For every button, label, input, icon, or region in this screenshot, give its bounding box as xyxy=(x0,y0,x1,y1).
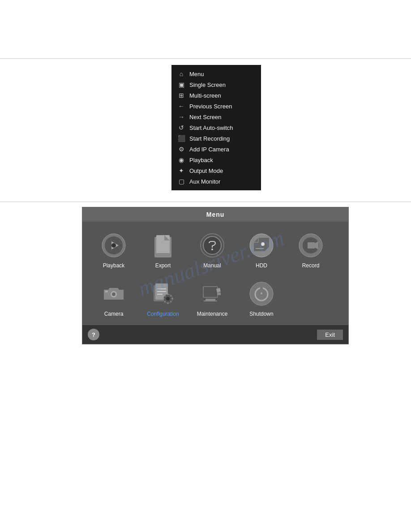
context-menu-item-single-screen[interactable]: ▣Single Screen xyxy=(171,79,261,90)
aux-monitor-icon: ▢ xyxy=(177,178,186,185)
playback-label: Playback xyxy=(103,262,125,269)
output-mode-icon: ✦ xyxy=(177,167,186,174)
record-icon xyxy=(297,232,324,259)
svg-rect-16 xyxy=(105,291,108,292)
menu-item-record[interactable]: Record xyxy=(288,228,333,272)
output-mode-label: Output Mode xyxy=(189,167,223,174)
manual-icon xyxy=(199,232,226,259)
maintenance-icon xyxy=(199,280,226,307)
menu-item-shutdown[interactable]: Shutdown xyxy=(239,277,284,321)
menu-item-camera[interactable]: Camera xyxy=(91,277,136,321)
main-menu-grid: Playback Export Manual HDD Recor xyxy=(82,222,348,325)
svg-point-8 xyxy=(211,249,213,250)
svg-rect-26 xyxy=(206,299,215,300)
manual-label: Manual xyxy=(203,262,221,269)
context-menu-item-playback[interactable]: ◉Playback xyxy=(171,154,261,165)
main-menu-panel: Menu Playback Export Manual xyxy=(82,207,349,344)
exit-button[interactable]: Exit xyxy=(317,330,343,340)
add-ip-camera-label: Add IP Camera xyxy=(189,146,229,153)
svg-rect-27 xyxy=(204,300,217,301)
prev-screen-label: Previous Screen xyxy=(189,103,232,110)
top-divider xyxy=(0,58,411,59)
menu-item-playback[interactable]: Playback xyxy=(91,228,136,272)
menu-icon: ⌂ xyxy=(177,70,186,77)
menu-item-export[interactable]: Export xyxy=(141,228,185,272)
main-menu-title: Menu xyxy=(82,207,348,222)
menu-label: Menu xyxy=(189,71,204,77)
svg-point-10 xyxy=(261,242,265,246)
prev-screen-icon: ← xyxy=(177,103,186,110)
export-label: Export xyxy=(155,262,171,269)
context-menu-item-add-ip-camera[interactable]: ⚙Add IP Camera xyxy=(171,144,261,154)
shutdown-label: Shutdown xyxy=(249,311,273,317)
help-button[interactable]: ? xyxy=(88,329,99,340)
context-menu-item-aux-monitor[interactable]: ▢Aux Monitor xyxy=(171,176,261,187)
multi-screen-icon: ⊞ xyxy=(177,92,186,99)
menu-item-hdd[interactable]: HDD xyxy=(239,228,284,272)
hdd-icon xyxy=(248,232,275,259)
shutdown-icon xyxy=(248,280,275,307)
single-screen-icon: ▣ xyxy=(177,81,186,88)
aux-monitor-label: Aux Monitor xyxy=(189,178,220,185)
add-ip-camera-icon: ⚙ xyxy=(177,146,186,153)
svg-rect-25 xyxy=(204,287,217,297)
svg-rect-32 xyxy=(260,287,263,292)
svg-point-2 xyxy=(111,243,116,248)
context-menu-item-prev-screen[interactable]: ←Previous Screen xyxy=(171,101,261,112)
svg-rect-4 xyxy=(156,235,170,253)
playback-icon xyxy=(100,232,127,259)
start-recording-label: Start Recording xyxy=(189,135,230,142)
auto-switch-label: Start Auto-switch xyxy=(189,124,233,131)
context-menu-item-auto-switch[interactable]: ↺Start Auto-switch xyxy=(171,122,261,133)
context-menu-item-start-recording[interactable]: ⬛Start Recording xyxy=(171,133,261,144)
context-menu: ⌂Menu▣Single Screen⊞Multi-screen←Previou… xyxy=(171,65,261,190)
mid-divider xyxy=(0,202,411,202)
menu-item-maintenance[interactable]: Maintenance xyxy=(190,277,235,321)
next-screen-icon: → xyxy=(177,113,186,120)
export-icon xyxy=(150,232,176,259)
camera-icon xyxy=(100,280,127,307)
record-label: Record xyxy=(302,262,320,269)
svg-point-15 xyxy=(112,292,116,296)
menu-item-manual[interactable]: Manual xyxy=(190,228,235,272)
context-menu-item-output-mode[interactable]: ✦Output Mode xyxy=(171,165,261,176)
camera-label: Camera xyxy=(104,311,124,317)
configuration-label: Configuration xyxy=(147,311,179,317)
maintenance-label: Maintenance xyxy=(197,311,228,317)
auto-switch-icon: ↺ xyxy=(177,124,186,131)
configuration-icon xyxy=(150,280,176,307)
context-menu-item-next-screen[interactable]: →Next Screen xyxy=(171,112,261,122)
hdd-label: HDD xyxy=(256,262,267,269)
context-menu-item-menu[interactable]: ⌂Menu xyxy=(171,69,261,79)
start-recording-icon: ⬛ xyxy=(177,135,186,142)
context-menu-item-multi-screen[interactable]: ⊞Multi-screen xyxy=(171,90,261,101)
next-screen-label: Next Screen xyxy=(189,114,222,120)
svg-rect-28 xyxy=(217,292,221,295)
playback-label: Playback xyxy=(189,157,213,163)
menu-bottom-bar: ? Exit xyxy=(82,325,348,344)
multi-screen-label: Multi-screen xyxy=(189,92,221,99)
single-screen-label: Single Screen xyxy=(189,82,226,88)
menu-item-configuration[interactable]: Configuration xyxy=(141,277,185,321)
playback-icon: ◉ xyxy=(177,156,186,163)
svg-point-23 xyxy=(166,297,170,300)
